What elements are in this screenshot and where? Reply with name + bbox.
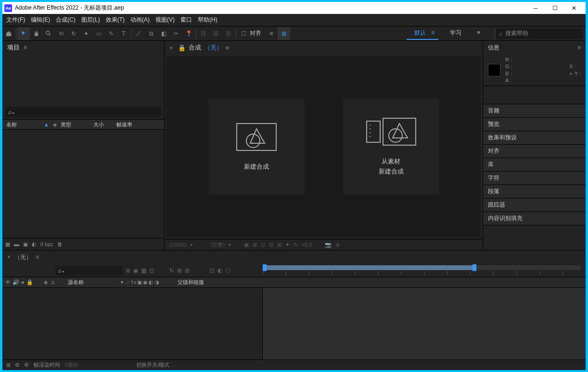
foot-icon[interactable]: ⊞ [6, 362, 11, 368]
folder-icon[interactable]: ▬ [14, 241, 19, 247]
lock-icon[interactable]: 🔒 [26, 279, 33, 285]
timeline-btn-icon[interactable]: ↻ [169, 267, 174, 274]
col-size[interactable]: 大小 [93, 121, 113, 128]
tag-icon[interactable]: ◈ [53, 122, 57, 128]
speaker-icon[interactable]: 🔊 [13, 279, 19, 285]
timeline-tracks[interactable] [263, 288, 586, 360]
col-fps[interactable]: 帧速率 [116, 121, 132, 128]
timeline-btn-icon[interactable]: ⊡ [210, 267, 215, 274]
adjust-icon[interactable]: ◐ [32, 241, 37, 248]
source-name-col[interactable]: 源名称 [68, 279, 116, 286]
hand-tool-icon[interactable] [30, 27, 42, 40]
panel-align[interactable]: 对齐 [483, 145, 586, 158]
timeline-tab[interactable]: × （无） ≡ [2, 250, 586, 264]
panel-tracker[interactable]: 跟踪器 [483, 198, 586, 212]
col-type[interactable]: 类型 [61, 121, 89, 128]
panel-audio[interactable]: 音频 [483, 104, 586, 118]
minimize-button[interactable]: ─ [526, 2, 545, 14]
pen-tool-icon[interactable]: ✎ [105, 27, 117, 40]
rotate-tool-icon[interactable]: ↻ [67, 27, 80, 40]
zoom-tool-icon[interactable] [42, 27, 55, 40]
brush-tool-icon[interactable]: ／ [132, 27, 145, 40]
foot-icon[interactable]: ⧉ [15, 362, 19, 368]
exposure[interactable]: +0.0 [302, 242, 312, 248]
panel-content-aware[interactable]: 内容识别填充 [483, 212, 586, 225]
menu-help[interactable]: 帮助(H) [198, 16, 217, 24]
panel-menu-icon[interactable]: ≡ [577, 44, 581, 51]
snap-checkbox[interactable]: ☐ [237, 27, 250, 40]
info-tab[interactable]: 信息 ≡ [483, 41, 586, 54]
puppet-tool-icon[interactable]: 📍 [182, 27, 195, 40]
foot-icon[interactable]: ▣ [244, 242, 249, 248]
foot-icon[interactable]: ⚙ [24, 362, 29, 368]
close-tab-icon[interactable]: × [169, 44, 173, 51]
rect-tool-icon[interactable]: ▭ [92, 27, 105, 40]
project-tab[interactable]: 项目 ≡ [2, 41, 164, 54]
panel-menu-icon[interactable]: ≡ [24, 44, 27, 51]
close-button[interactable]: ✕ [564, 2, 584, 14]
clone-tool-icon[interactable]: ⧉ [145, 27, 157, 40]
project-list[interactable] [2, 130, 164, 238]
camera-icon[interactable]: 📷 [325, 242, 332, 248]
index-col[interactable]: # [51, 280, 54, 285]
orbit-tool-icon[interactable]: ⟲ [55, 27, 67, 40]
work-area-end[interactable] [473, 264, 476, 271]
anchor-tool-icon[interactable]: ✦ [80, 27, 92, 40]
snapshot-icon[interactable]: ⊕ [335, 242, 340, 248]
home-tool-icon[interactable] [2, 27, 15, 40]
workspace-learn[interactable]: 学习 [446, 27, 465, 40]
panel-library[interactable]: 库 [483, 158, 586, 172]
bpc-toggle[interactable]: 8 bpc [40, 241, 53, 247]
timeline-btn-icon[interactable]: ⊞ [185, 267, 190, 274]
project-search-input[interactable]: ⌕▾ [5, 107, 161, 117]
menu-composition[interactable]: 合成(C) [56, 16, 76, 24]
foot-icon[interactable]: ⊞ [277, 242, 281, 248]
work-area[interactable] [263, 265, 474, 270]
menu-window[interactable]: 窗口 [180, 16, 192, 24]
work-area-start[interactable] [263, 264, 267, 271]
toggle-switches[interactable]: 切换开关/模式 [136, 361, 169, 369]
lock-icon[interactable]: 🔒 [178, 44, 186, 51]
timeline-btn-icon[interactable]: ⊠ [177, 267, 182, 274]
solo-icon[interactable]: ● [21, 279, 25, 285]
text-tool-icon[interactable]: T [117, 27, 130, 40]
maximize-button[interactable]: ☐ [545, 2, 564, 14]
zoom-level[interactable]: (100%) [169, 242, 186, 248]
menu-file[interactable]: 文件(F) [6, 16, 25, 24]
foot-icon[interactable]: ⊠ [253, 242, 257, 248]
foot-icon[interactable]: ⊟ [269, 242, 273, 248]
mask-tool-icon[interactable]: ✕ [265, 27, 278, 40]
timeline-btn-icon[interactable]: ◉ [133, 267, 138, 274]
foot-icon[interactable]: ↻ [294, 242, 298, 248]
foot-icon[interactable]: ⊡ [261, 242, 265, 248]
trash-icon[interactable]: 🗑 [57, 241, 63, 247]
eye-icon[interactable]: 👁 [5, 279, 11, 285]
workspace-default[interactable]: 默认 ≡ [407, 27, 438, 40]
panel-preview[interactable]: 预览 [483, 118, 586, 131]
menu-layer[interactable]: 图层(L) [81, 16, 100, 24]
workspace-more[interactable]: » [473, 27, 484, 40]
layer-list[interactable] [2, 288, 263, 360]
world-axis-icon[interactable]: ⛓ [210, 27, 222, 40]
panel-paragraph[interactable]: 段落 [483, 185, 586, 198]
parent-col[interactable]: 父级和链接 [178, 279, 204, 286]
timeline-btn-icon[interactable]: ◐ [217, 267, 222, 274]
close-tab-icon[interactable]: × [7, 254, 11, 260]
grid-tool-icon[interactable]: ⊞ [278, 27, 290, 40]
selection-tool-icon[interactable] [17, 27, 30, 40]
menu-animation[interactable]: 动画(A) [130, 16, 150, 24]
timeline-ruler[interactable] [263, 264, 586, 277]
panel-effects[interactable]: 效果和预设 [483, 131, 586, 145]
panel-menu-icon[interactable]: ≡ [226, 44, 230, 51]
comp-tab[interactable]: × 🔒 合成 （无） ≡ [165, 41, 483, 54]
menu-edit[interactable]: 编辑(E) [31, 16, 50, 24]
panel-menu-icon[interactable]: ≡ [36, 254, 39, 260]
roto-tool-icon[interactable]: ✂ [170, 27, 182, 40]
new-comp-tile[interactable]: 新建合成 [208, 99, 305, 195]
col-name[interactable]: 名称 [6, 121, 40, 128]
local-axis-icon[interactable]: ⛓ [197, 27, 210, 40]
timeline-btn-icon[interactable]: ▦ [141, 267, 146, 274]
foot-icon[interactable]: ✦ [285, 242, 290, 248]
new-comp-from-footage-tile[interactable]: 从素材新建合成 [343, 99, 439, 195]
timeline-btn-icon[interactable]: ⬡ [225, 267, 230, 274]
